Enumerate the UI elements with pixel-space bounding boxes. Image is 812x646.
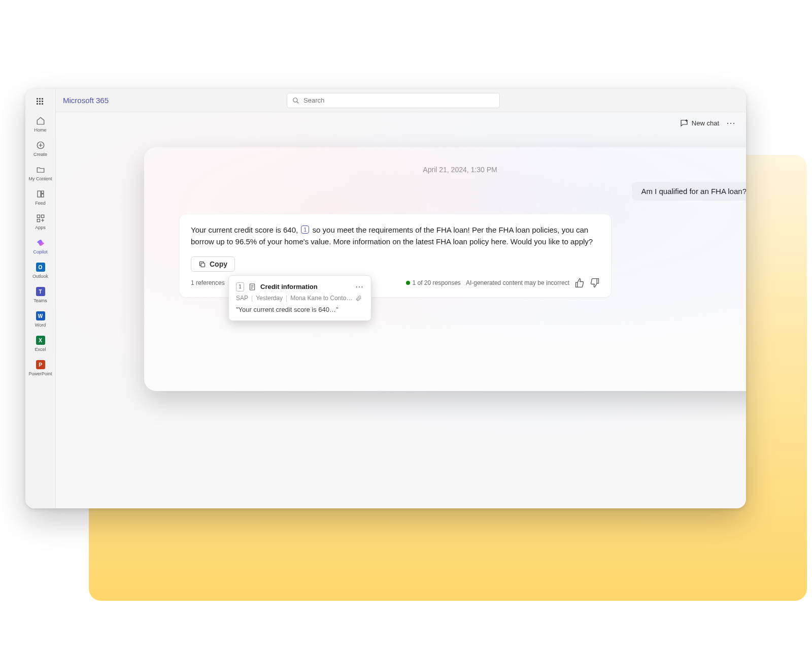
left-rail: Home Create My Content Feed Apps [25, 89, 56, 508]
reference-source: SAP [236, 295, 248, 302]
search-placeholder: Search [303, 96, 324, 104]
copilot-icon [35, 237, 46, 248]
rail-create[interactable]: Create [25, 140, 55, 157]
chat-plus-icon [680, 118, 689, 127]
new-chat-button[interactable]: New chat [680, 118, 719, 127]
rail-excel[interactable]: X Excel [25, 335, 55, 352]
status-dot-icon [406, 281, 410, 285]
reference-more-button[interactable]: ⋯ [355, 282, 364, 292]
apps-icon [35, 213, 46, 224]
rail-teams-label: Teams [33, 298, 47, 303]
rail-mycontent[interactable]: My Content [25, 164, 55, 181]
home-icon [35, 115, 46, 126]
rail-copilot[interactable]: Copilot [25, 237, 55, 254]
rail-excel-label: Excel [35, 347, 46, 352]
user-message: Am I qualified for an FHA loan? [632, 182, 746, 201]
rail-mycontent-label: My Content [28, 176, 52, 181]
references-label[interactable]: 1 references [191, 278, 225, 287]
outlook-icon: O [35, 262, 46, 273]
search-icon [292, 97, 299, 104]
excel-icon: X [35, 335, 46, 346]
rail-word[interactable]: W Word [25, 310, 55, 328]
reference-quote: "Your current credit score is 640…" [236, 306, 364, 313]
action-bar: New chat ⋯ [680, 117, 736, 128]
svg-rect-4 [37, 215, 40, 217]
rail-feed-label: Feed [35, 201, 46, 206]
feed-icon [35, 188, 46, 200]
copy-icon [198, 261, 206, 268]
copy-button[interactable]: Copy [191, 256, 235, 272]
rail-outlook-label: Outlook [32, 274, 48, 279]
chat-panel: April 21, 2024, 1:30 PM Am I qualified f… [144, 147, 746, 391]
search-input[interactable]: Search [287, 93, 500, 108]
attachment-icon [355, 295, 362, 302]
svg-rect-6 [37, 219, 40, 222]
word-icon: W [35, 310, 46, 321]
rail-word-label: Word [35, 322, 46, 328]
ai-disclaimer: AI-generated content may be incorrect [466, 278, 569, 287]
ai-message-text-pre: Your current credit score is 640, [191, 225, 298, 234]
response-counter: 1 of 20 responses [406, 278, 460, 287]
rail-apps-label: Apps [35, 225, 46, 230]
rail-powerpoint[interactable]: P PowerPoint [25, 359, 55, 376]
rail-feed[interactable]: Feed [25, 188, 55, 206]
plus-circle-icon [35, 140, 46, 151]
rail-copilot-label: Copilot [33, 249, 47, 254]
brand-title: Microsoft 365 [63, 96, 109, 105]
svg-rect-8 [201, 263, 205, 267]
folder-icon [35, 164, 46, 175]
rail-teams[interactable]: T Teams [25, 286, 55, 303]
thumbs-down-icon[interactable] [590, 278, 600, 288]
rail-outlook[interactable]: O Outlook [25, 262, 55, 279]
rail-powerpoint-label: PowerPoint [28, 371, 52, 376]
reference-when: Yesterday [256, 295, 283, 302]
chat-timestamp: April 21, 2024, 1:30 PM [158, 166, 746, 174]
copy-label: Copy [210, 260, 227, 268]
ai-actions: Copy [191, 256, 600, 272]
citation-chip[interactable]: 1 [301, 225, 309, 234]
rail-apps[interactable]: Apps [25, 213, 55, 230]
powerpoint-icon: P [35, 359, 46, 370]
teams-icon: T [35, 286, 46, 297]
svg-point-7 [293, 98, 297, 102]
svg-rect-3 [41, 194, 44, 197]
app-launcher-icon[interactable] [37, 98, 45, 106]
app-window: Home Create My Content Feed Apps [25, 89, 746, 508]
reference-fromto: Mona Kane to Conto… [290, 295, 352, 302]
rail-home[interactable]: Home [25, 115, 55, 133]
reference-title[interactable]: Credit information [260, 283, 351, 290]
reference-popover: 1 Credit information ⋯ SAP | Yesterday |… [228, 275, 371, 321]
thumbs-up-icon[interactable] [574, 278, 585, 288]
rail-create-label: Create [33, 152, 47, 157]
svg-rect-1 [38, 191, 41, 197]
svg-rect-2 [41, 191, 44, 193]
more-actions-button[interactable]: ⋯ [726, 117, 736, 128]
document-icon [248, 283, 256, 291]
reference-number: 1 [236, 282, 244, 292]
svg-rect-5 [41, 215, 44, 217]
new-chat-label: New chat [692, 119, 719, 127]
topbar: Microsoft 365 Search [56, 89, 746, 112]
rail-home-label: Home [34, 127, 46, 133]
reference-meta: SAP | Yesterday | Mona Kane to Conto… [236, 295, 364, 302]
